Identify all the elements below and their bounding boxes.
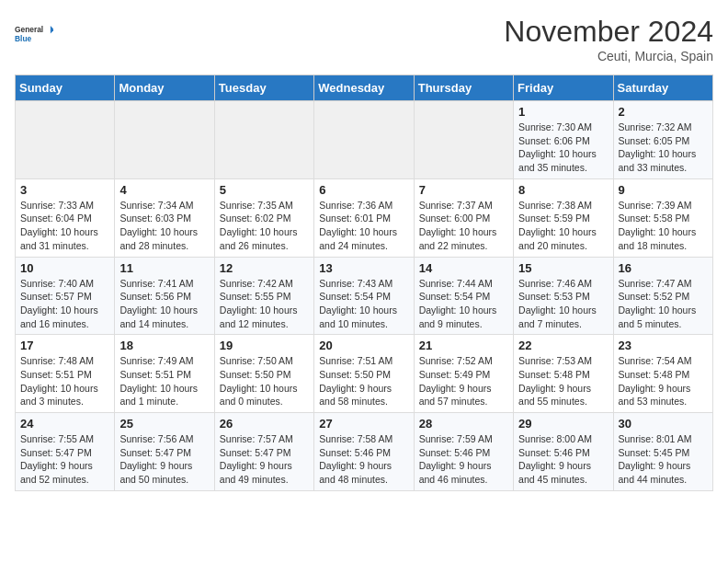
- calendar-cell: 7Sunrise: 7:37 AM Sunset: 6:00 PM Daylig…: [414, 178, 513, 257]
- calendar-cell: 13Sunrise: 7:43 AM Sunset: 5:54 PM Dayli…: [314, 257, 414, 335]
- day-info: Sunrise: 7:53 AM Sunset: 5:48 PM Dayligh…: [518, 354, 608, 408]
- day-number: 8: [518, 183, 608, 197]
- calendar-cell: [314, 101, 414, 179]
- calendar-cell: [16, 101, 115, 179]
- day-info: Sunrise: 7:46 AM Sunset: 5:53 PM Dayligh…: [518, 277, 608, 331]
- day-info: Sunrise: 7:47 AM Sunset: 5:52 PM Dayligh…: [619, 277, 708, 331]
- day-info: Sunrise: 7:49 AM Sunset: 5:51 PM Dayligh…: [119, 354, 209, 408]
- day-number: 29: [518, 417, 608, 431]
- calendar-cell: 26Sunrise: 7:57 AM Sunset: 5:47 PM Dayli…: [214, 413, 313, 491]
- day-number: 14: [419, 261, 508, 275]
- calendar-cell: 12Sunrise: 7:42 AM Sunset: 5:55 PM Dayli…: [214, 257, 313, 335]
- day-info: Sunrise: 8:00 AM Sunset: 5:46 PM Dayligh…: [518, 432, 608, 487]
- logo: General Blue: [15, 15, 53, 53]
- day-info: Sunrise: 7:30 AM Sunset: 6:06 PM Dayligh…: [518, 121, 608, 175]
- day-number: 4: [119, 183, 209, 197]
- calendar-week-row: 3Sunrise: 7:33 AM Sunset: 6:04 PM Daylig…: [16, 178, 713, 257]
- day-number: 25: [119, 417, 209, 431]
- day-number: 1: [518, 105, 608, 119]
- calendar-cell: 11Sunrise: 7:41 AM Sunset: 5:56 PM Dayli…: [115, 257, 214, 335]
- day-number: 13: [319, 261, 408, 275]
- day-number: 26: [220, 417, 309, 431]
- calendar-cell: 25Sunrise: 7:56 AM Sunset: 5:47 PM Dayli…: [115, 413, 214, 491]
- calendar-cell: 2Sunrise: 7:32 AM Sunset: 6:05 PM Daylig…: [613, 101, 712, 179]
- day-info: Sunrise: 7:34 AM Sunset: 6:03 PM Dayligh…: [119, 199, 209, 253]
- calendar-cell: [115, 101, 214, 179]
- day-number: 9: [619, 183, 708, 197]
- day-info: Sunrise: 7:36 AM Sunset: 6:01 PM Dayligh…: [319, 199, 408, 253]
- day-number: 5: [220, 183, 309, 197]
- day-info: Sunrise: 7:51 AM Sunset: 5:50 PM Dayligh…: [319, 354, 408, 408]
- day-info: Sunrise: 7:58 AM Sunset: 5:46 PM Dayligh…: [319, 432, 408, 487]
- day-info: Sunrise: 7:56 AM Sunset: 5:47 PM Dayligh…: [119, 432, 209, 487]
- weekday-header-row: SundayMondayTuesdayWednesdayThursdayFrid…: [16, 75, 713, 101]
- logo-svg: General Blue: [15, 15, 53, 53]
- weekday-header: Friday: [514, 75, 613, 101]
- weekday-header: Wednesday: [314, 75, 414, 101]
- day-number: 19: [220, 339, 309, 352]
- day-number: 7: [419, 183, 508, 197]
- day-info: Sunrise: 7:39 AM Sunset: 5:58 PM Dayligh…: [619, 199, 708, 253]
- day-info: Sunrise: 7:43 AM Sunset: 5:54 PM Dayligh…: [319, 277, 408, 331]
- day-number: 27: [319, 417, 408, 431]
- day-info: Sunrise: 8:01 AM Sunset: 5:45 PM Dayligh…: [619, 432, 708, 487]
- day-info: Sunrise: 7:48 AM Sunset: 5:51 PM Dayligh…: [20, 354, 109, 408]
- page-header: General Blue November 2024 Ceuti, Murcia…: [15, 15, 713, 63]
- day-info: Sunrise: 7:50 AM Sunset: 5:50 PM Dayligh…: [220, 354, 309, 408]
- calendar-cell: 28Sunrise: 7:59 AM Sunset: 5:46 PM Dayli…: [414, 413, 513, 491]
- calendar-cell: 5Sunrise: 7:35 AM Sunset: 6:02 PM Daylig…: [214, 178, 313, 257]
- calendar-cell: 18Sunrise: 7:49 AM Sunset: 5:51 PM Dayli…: [115, 335, 214, 413]
- svg-text:General: General: [15, 25, 43, 34]
- calendar-week-row: 17Sunrise: 7:48 AM Sunset: 5:51 PM Dayli…: [16, 335, 713, 413]
- calendar-week-row: 10Sunrise: 7:40 AM Sunset: 5:57 PM Dayli…: [16, 257, 713, 335]
- calendar-cell: 15Sunrise: 7:46 AM Sunset: 5:53 PM Dayli…: [514, 257, 613, 335]
- calendar-cell: 19Sunrise: 7:50 AM Sunset: 5:50 PM Dayli…: [214, 335, 313, 413]
- title-block: November 2024 Ceuti, Murcia, Spain: [504, 15, 713, 63]
- weekday-header: Monday: [115, 75, 214, 101]
- day-info: Sunrise: 7:35 AM Sunset: 6:02 PM Dayligh…: [220, 199, 309, 253]
- day-info: Sunrise: 7:55 AM Sunset: 5:47 PM Dayligh…: [20, 432, 109, 487]
- day-number: 23: [619, 339, 708, 352]
- day-number: 20: [319, 339, 408, 352]
- day-info: Sunrise: 7:59 AM Sunset: 5:46 PM Dayligh…: [419, 432, 508, 487]
- location-subtitle: Ceuti, Murcia, Spain: [504, 49, 713, 63]
- calendar-cell: 8Sunrise: 7:38 AM Sunset: 5:59 PM Daylig…: [514, 178, 613, 257]
- day-number: 6: [319, 183, 408, 197]
- calendar-cell: 24Sunrise: 7:55 AM Sunset: 5:47 PM Dayli…: [16, 413, 115, 491]
- day-number: 17: [20, 339, 109, 352]
- day-number: 24: [20, 417, 109, 431]
- day-number: 21: [419, 339, 508, 352]
- day-info: Sunrise: 7:38 AM Sunset: 5:59 PM Dayligh…: [518, 199, 608, 253]
- calendar-cell: 1Sunrise: 7:30 AM Sunset: 6:06 PM Daylig…: [514, 101, 613, 179]
- calendar-cell: 30Sunrise: 8:01 AM Sunset: 5:45 PM Dayli…: [613, 413, 712, 491]
- calendar-cell: 27Sunrise: 7:58 AM Sunset: 5:46 PM Dayli…: [314, 413, 414, 491]
- day-info: Sunrise: 7:54 AM Sunset: 5:48 PM Dayligh…: [619, 354, 708, 408]
- day-info: Sunrise: 7:52 AM Sunset: 5:49 PM Dayligh…: [419, 354, 508, 408]
- calendar-cell: [414, 101, 513, 179]
- calendar-cell: 10Sunrise: 7:40 AM Sunset: 5:57 PM Dayli…: [16, 257, 115, 335]
- calendar-cell: 29Sunrise: 8:00 AM Sunset: 5:46 PM Dayli…: [514, 413, 613, 491]
- calendar-cell: 20Sunrise: 7:51 AM Sunset: 5:50 PM Dayli…: [314, 335, 414, 413]
- calendar-cell: 16Sunrise: 7:47 AM Sunset: 5:52 PM Dayli…: [613, 257, 712, 335]
- calendar-cell: 9Sunrise: 7:39 AM Sunset: 5:58 PM Daylig…: [613, 178, 712, 257]
- day-info: Sunrise: 7:40 AM Sunset: 5:57 PM Dayligh…: [20, 277, 109, 331]
- day-number: 22: [518, 339, 608, 352]
- calendar-week-row: 1Sunrise: 7:30 AM Sunset: 6:06 PM Daylig…: [16, 101, 713, 179]
- svg-text:Blue: Blue: [15, 34, 31, 43]
- day-number: 28: [419, 417, 508, 431]
- calendar-cell: 4Sunrise: 7:34 AM Sunset: 6:03 PM Daylig…: [115, 178, 214, 257]
- day-number: 3: [20, 183, 109, 197]
- weekday-header: Saturday: [613, 75, 712, 101]
- day-number: 15: [518, 261, 608, 275]
- day-info: Sunrise: 7:57 AM Sunset: 5:47 PM Dayligh…: [220, 432, 309, 487]
- calendar-week-row: 24Sunrise: 7:55 AM Sunset: 5:47 PM Dayli…: [16, 413, 713, 491]
- day-number: 30: [619, 417, 708, 431]
- calendar-cell: 6Sunrise: 7:36 AM Sunset: 6:01 PM Daylig…: [314, 178, 414, 257]
- calendar-cell: 23Sunrise: 7:54 AM Sunset: 5:48 PM Dayli…: [613, 335, 712, 413]
- day-number: 2: [619, 105, 708, 119]
- weekday-header: Thursday: [414, 75, 513, 101]
- day-info: Sunrise: 7:32 AM Sunset: 6:05 PM Dayligh…: [619, 121, 708, 175]
- day-number: 16: [619, 261, 708, 275]
- weekday-header: Sunday: [16, 75, 115, 101]
- day-number: 10: [20, 261, 109, 275]
